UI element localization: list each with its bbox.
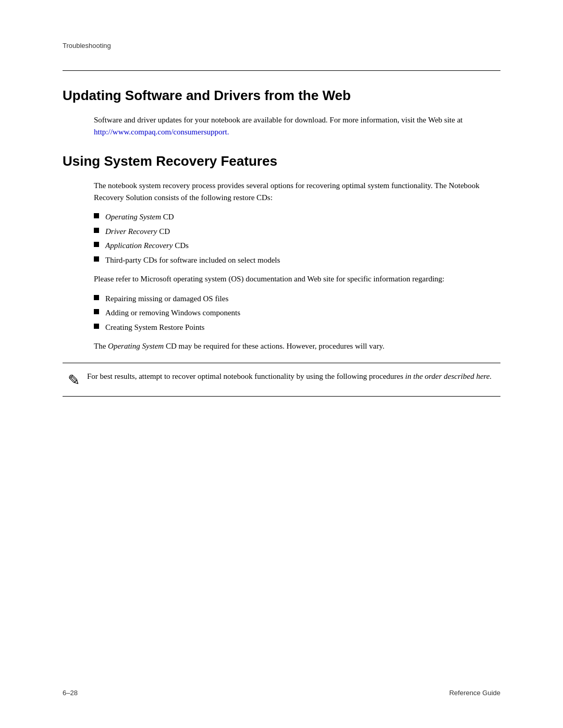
bullet-icon	[94, 228, 99, 233]
footer-title: Reference Guide	[449, 689, 500, 697]
bullet-icon	[94, 309, 99, 314]
breadcrumb: Troubleshooting	[63, 42, 500, 50]
section-updating-software: Updating Software and Drivers from the W…	[63, 88, 500, 139]
bullet-icon	[94, 256, 99, 262]
footer-page-number: 6–28	[63, 689, 78, 697]
header-breadcrumb-area: Troubleshooting	[63, 42, 500, 50]
list-item-adding: Adding or removing Windows components	[94, 307, 500, 319]
list-item-driver: Driver Recovery CD	[94, 226, 500, 238]
header-divider	[63, 70, 500, 71]
list-item-creating: Creating System Restore Points	[94, 322, 500, 334]
os-info-list: Repairing missing or damaged OS files Ad…	[94, 293, 500, 334]
note-box: ✎ For best results, attempt to recover o…	[63, 363, 500, 397]
section1-text: Software and driver updates for your not…	[94, 116, 462, 124]
note-text: For best results, attempt to recover opt…	[87, 371, 492, 382]
list-item-repair-text: Repairing missing or damaged OS files	[105, 293, 228, 305]
footer: 6–28 Reference Guide	[63, 689, 500, 697]
restore-cds-list: Operating System CD Driver Recovery CD A…	[94, 211, 500, 266]
note-icon: ✎	[68, 372, 80, 389]
list-item-os: Operating System CD	[94, 211, 500, 223]
list-item-app: Application Recovery CDs	[94, 240, 500, 252]
section2-body2: Please refer to Microsoft operating syst…	[94, 273, 500, 285]
list-item-app-text: Application Recovery CDs	[105, 240, 189, 252]
page: Troubleshooting Updating Software and Dr…	[0, 0, 563, 728]
compaq-link[interactable]: http://www.compaq.com/consumersupport.	[94, 128, 229, 136]
list-item-repair: Repairing missing or damaged OS files	[94, 293, 500, 305]
bullet-icon	[94, 213, 99, 218]
section2-body3: The Operating System CD may be required …	[94, 340, 500, 352]
list-item-creating-text: Creating System Restore Points	[105, 322, 204, 334]
section1-title: Updating Software and Drivers from the W…	[63, 88, 500, 104]
section2-body1: The notebook system recovery process pro…	[94, 180, 500, 204]
list-item-driver-text: Driver Recovery CD	[105, 226, 170, 238]
section2-title: Using System Recovery Features	[63, 153, 500, 169]
list-item-adding-text: Adding or removing Windows components	[105, 307, 240, 319]
list-item-thirdparty: Third-party CDs for software included on…	[94, 254, 500, 266]
section-system-recovery: Using System Recovery Features The noteb…	[63, 153, 500, 397]
section1-paragraph: Software and driver updates for your not…	[94, 114, 500, 139]
list-item-os-text: Operating System CD	[105, 211, 174, 223]
bullet-icon	[94, 324, 99, 329]
list-item-thirdparty-text: Third-party CDs for software included on…	[105, 254, 280, 266]
bullet-icon	[94, 295, 99, 300]
bullet-icon	[94, 242, 99, 247]
os-italic: Operating System	[108, 342, 164, 350]
note-italic: in the order described here.	[405, 372, 492, 380]
